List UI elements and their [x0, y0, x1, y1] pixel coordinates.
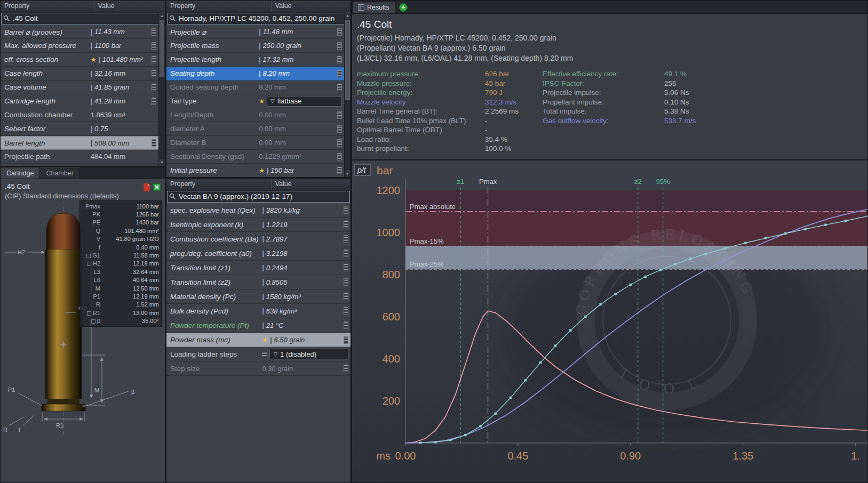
dimension-checkbox[interactable]: [87, 311, 91, 316]
table-row[interactable]: Projectile path484.04 mm: [1, 150, 158, 164]
dimension-row[interactable]: PE1430 bar: [82, 219, 159, 227]
table-row[interactable]: Diameter B0.00 mm: [166, 136, 344, 150]
table-row[interactable]: Tail type★▽flatbase: [166, 94, 344, 108]
favorite-star-icon[interactable]: ★: [259, 98, 265, 105]
dimension-row[interactable]: Pmax1100 bar: [82, 202, 159, 210]
dimension-row[interactable]: f0.40 mm: [82, 243, 159, 251]
dimension-row[interactable]: H212.19 mm: [82, 260, 159, 268]
table-row[interactable]: Step size0.30 grain: [166, 361, 351, 376]
scrollbar[interactable]: ▲ ▼: [158, 12, 165, 166]
table-row[interactable]: Projectile length|17.32 mm: [166, 53, 344, 67]
unit-ruler-icon[interactable]: [337, 111, 342, 119]
unit-ruler-icon[interactable]: [152, 98, 156, 105]
dimension-row[interactable]: R1.52 mm: [82, 301, 159, 309]
tab-cartridge[interactable]: Cartridge: [1, 167, 40, 179]
dropdown[interactable]: ▽flatbase: [267, 96, 342, 107]
add-tab-button[interactable]: +: [399, 3, 408, 12]
table-row[interactable]: Projectile mass|250.00 grain: [166, 39, 344, 53]
unit-ruler-icon[interactable]: [337, 139, 342, 147]
dimension-checkbox[interactable]: [87, 262, 91, 266]
unit-ruler-icon[interactable]: [344, 293, 348, 300]
scrollbar[interactable]: ▲ ▼: [344, 12, 351, 177]
dimension-row[interactable]: L332.64 mm: [82, 268, 159, 276]
unit-ruler-icon[interactable]: [344, 278, 348, 286]
table-row[interactable]: spec. explosive heat (Qex)|3820 kJ/kg: [166, 203, 351, 218]
favorite-star-icon[interactable]: ★: [262, 336, 268, 344]
tab-chamber[interactable]: Chamber: [40, 167, 79, 179]
table-row[interactable]: Projectile ⌀|11.48 mm: [166, 25, 344, 39]
table-row[interactable]: eff. cross section★|101.480 mm²: [1, 53, 158, 67]
scroll-up-icon[interactable]: ▲: [345, 12, 351, 19]
table-row[interactable]: Material density (Pc)|1580 kg/m³: [166, 289, 351, 304]
scroll-thumb[interactable]: [160, 20, 164, 77]
unit-ruler-icon[interactable]: [337, 42, 342, 50]
unit-ruler-icon[interactable]: [152, 84, 156, 91]
unit-ruler-icon[interactable]: [152, 28, 156, 36]
scroll-down-icon[interactable]: ▼: [345, 170, 351, 177]
table-row[interactable]: Transition limit (z1)|0.2494: [166, 261, 351, 275]
table-row[interactable]: Isentropic exponent (k)|1.2219: [166, 218, 351, 232]
table-row[interactable]: prog./deg. coefficient (a0)|3.2198: [166, 246, 351, 261]
table-row[interactable]: Loading ladder steps▽1 (disabled): [166, 347, 351, 361]
unit-ruler-icon[interactable]: [337, 28, 342, 36]
unit-ruler-icon[interactable]: [152, 56, 156, 63]
unit-ruler-icon[interactable]: [344, 235, 348, 243]
table-row[interactable]: Case length|32.16 mm: [1, 67, 158, 80]
export-close-icon[interactable]: [153, 183, 161, 194]
table-row[interactable]: Sebert factor|0.75: [1, 122, 158, 136]
dimension-row[interactable]: V41.80 grain H2O: [82, 235, 159, 243]
table-row[interactable]: diameter A0.00 mm: [166, 122, 344, 136]
unit-ruler-icon[interactable]: [344, 307, 348, 315]
scroll-thumb[interactable]: [345, 20, 350, 100]
unit-ruler-icon[interactable]: [344, 321, 348, 329]
unit-ruler-icon[interactable]: [344, 221, 348, 228]
dimension-checkbox[interactable]: [91, 319, 95, 324]
table-row[interactable]: Cartridge length|41.28 mm: [1, 94, 158, 108]
table-row[interactable]: Combustion coefficient (Ba)|2.7897: [166, 232, 351, 246]
dropdown[interactable]: ▽1 (disabled): [269, 349, 348, 359]
table-row[interactable]: Powder temperature (Pt)|21 °C: [166, 318, 351, 333]
unit-ruler-icon[interactable]: [337, 56, 342, 63]
unit-ruler-icon[interactable]: [152, 139, 156, 147]
dimension-row[interactable]: R113.00 mm: [82, 309, 159, 317]
table-row[interactable]: Powder mass (mc)★|6.50 grain: [166, 333, 351, 347]
favorite-star-icon[interactable]: ★: [259, 167, 265, 174]
dimension-row[interactable]: Q101.480 mm²: [82, 227, 159, 235]
dimension-row[interactable]: β35.00°: [82, 317, 159, 325]
unit-ruler-icon[interactable]: [337, 167, 342, 174]
table-row[interactable]: Case volume|41.85 grain: [1, 80, 158, 94]
table-row[interactable]: Seating depth|8.20 mm: [166, 67, 344, 80]
unit-ruler-icon[interactable]: [337, 125, 342, 133]
table-row[interactable]: Transition limit (z2)|0.8505: [166, 275, 351, 289]
dimension-row[interactable]: L640.64 mm: [82, 276, 159, 284]
unit-ruler-icon[interactable]: [337, 84, 342, 91]
cartridge-title-row[interactable]: .45 Colt: [1, 12, 165, 25]
projectile-title-row[interactable]: Hornady, HP/XTP LC 45200, 0.452, 250.00 …: [166, 12, 351, 25]
unit-ruler-icon[interactable]: [337, 153, 342, 160]
table-row[interactable]: Barrel ⌀ (grooves)|11.43 mm: [1, 25, 158, 39]
tab-results[interactable]: Results: [352, 1, 395, 13]
unit-ruler-icon[interactable]: [344, 249, 348, 257]
scroll-down-icon[interactable]: ▼: [159, 159, 165, 166]
dimension-checkbox[interactable]: [86, 254, 91, 258]
unit-ruler-icon[interactable]: [152, 42, 156, 50]
pdf-export-icon[interactable]: [143, 183, 150, 194]
pt-chart[interactable]: GORDONS RELOADINGTOOLPmax absolutePmax-1…: [352, 159, 868, 483]
table-row[interactable]: Combustion chamber1.8639 cm³: [1, 108, 158, 122]
table-row[interactable]: Initial pressure★|150 bar: [166, 164, 344, 178]
table-row[interactable]: Bulk density (Pcd)|638 kg/m³: [166, 304, 351, 318]
table-row[interactable]: Sectional Density (gsd)0.1229 g/mm²: [166, 150, 344, 164]
dimension-row[interactable]: M12.50 mm: [82, 284, 159, 292]
dimension-row[interactable]: PK1265 bar: [82, 210, 159, 218]
table-row[interactable]: Max. allowed pressure|1100 bar: [1, 39, 158, 53]
table-row[interactable]: Barrel length|508.00 mm: [1, 136, 158, 150]
unit-ruler-icon[interactable]: [344, 365, 348, 372]
dimension-row[interactable]: P112.19 mm: [82, 292, 159, 300]
table-row[interactable]: Length/Depth0.00 mm: [166, 108, 344, 122]
unit-ruler-icon[interactable]: [344, 206, 348, 214]
dimension-row[interactable]: G111.58 mm: [82, 251, 159, 259]
favorite-star-icon[interactable]: ★: [91, 56, 97, 63]
table-row[interactable]: Guided seating depth8.20 mm: [166, 80, 344, 94]
unit-ruler-icon[interactable]: [337, 70, 342, 77]
scroll-up-icon[interactable]: ▲: [159, 12, 165, 19]
